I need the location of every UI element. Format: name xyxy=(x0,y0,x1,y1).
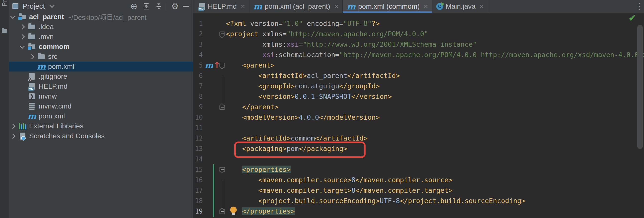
chevron-collapsed-icon[interactable] xyxy=(10,133,16,138)
code-line[interactable]: <groupId>com.atguigu</groupId> xyxy=(226,81,644,91)
maven-icon: m xyxy=(347,1,356,11)
code-line[interactable]: <parent> xyxy=(226,60,644,71)
tab-pom-xml-commom[interactable]: m pom.xml (commom) × xyxy=(343,0,432,13)
line-number: 4 xyxy=(193,50,203,60)
code-line[interactable]: <project.build.sourceEncoding>UTF-8</pro… xyxy=(226,196,644,206)
chevron-expanded-icon[interactable] xyxy=(20,43,25,49)
collapse-all-icon[interactable] xyxy=(154,3,163,10)
line-number: 8 xyxy=(193,91,203,102)
line-number: 16 xyxy=(193,175,203,185)
locate-file-icon[interactable]: ⊕ xyxy=(130,0,138,12)
gutter-row: 13 xyxy=(193,143,226,154)
gutter-row: 7 xyxy=(193,81,226,91)
chevron-collapsed-icon[interactable] xyxy=(20,24,25,29)
toolbar-divider xyxy=(167,2,167,10)
code-line[interactable]: <properties> xyxy=(226,164,644,175)
chevron-down-icon[interactable] xyxy=(50,3,54,8)
editor-scrollbar[interactable] xyxy=(637,25,643,149)
close-tab-icon[interactable]: × xyxy=(241,2,245,11)
fold-region-line xyxy=(223,76,223,108)
ide-window: Project Project ⊕ ⚙ xyxy=(0,0,644,218)
gutter: 12345678910111213141516171819 xyxy=(193,18,226,217)
source-folder-icon xyxy=(28,42,36,51)
code-line[interactable]: <artifactId>acl_parent</artifactId> xyxy=(226,71,644,81)
gutter-row: 17 xyxy=(193,185,226,196)
fold-marker-icon[interactable] xyxy=(220,209,225,214)
close-tab-icon[interactable]: × xyxy=(334,2,339,11)
tree-item-mvnw-cmd[interactable]: mvnw.cmd xyxy=(9,101,193,111)
fold-marker-icon[interactable] xyxy=(220,31,225,36)
folder-icon xyxy=(28,23,36,31)
project-panel: Project ⊕ ⚙ acl_parent ~/Desktop/项目 xyxy=(9,0,193,218)
gutter-row: 15 xyxy=(193,164,226,175)
gutter-row: 14 xyxy=(193,154,226,164)
code-line[interactable]: </parent> xyxy=(226,102,644,112)
code-line[interactable]: <version>0.0.1-SNAPSHOT</version> xyxy=(226,91,644,102)
maven-icon: m xyxy=(37,62,46,71)
code-line[interactable]: xmlns:xsi="http://www.w3.org/2001/XMLSch… xyxy=(226,39,644,50)
chevron-collapsed-icon[interactable] xyxy=(10,123,16,129)
chevron-collapsed-icon[interactable] xyxy=(29,54,34,59)
tree-item-src[interactable]: src xyxy=(9,52,193,62)
tree-item-pom-xml-parent[interactable]: m pom.xml xyxy=(9,111,193,121)
code-line[interactable]: xsi:schemaLocation="http://maven.apache.… xyxy=(226,50,644,60)
fold-marker-icon[interactable] xyxy=(220,63,225,68)
gutter-row: 11 xyxy=(193,123,226,133)
tree-item-acl_parent[interactable]: acl_parent ~/Desktop/项目/acl_parent xyxy=(9,12,193,22)
code-line[interactable]: <maven.compiler.target>8</maven.compiler… xyxy=(226,185,644,196)
tree-item-pom-xml-commom[interactable]: m pom.xml xyxy=(9,62,193,72)
settings-gear-icon[interactable]: ⚙ xyxy=(170,0,180,12)
line-number: 14 xyxy=(193,154,203,164)
code-line[interactable]: </properties> xyxy=(226,206,644,217)
tree-item-mvnw[interactable]: ❯ mvnw xyxy=(9,91,193,101)
gutter-row: 10 xyxy=(193,112,226,123)
code-line[interactable]: <project xmlns="http://maven.apache.org/… xyxy=(226,29,644,39)
code-editor[interactable]: 12345678910111213141516171819 m↑ <?xml v… xyxy=(193,13,644,218)
gutter-row: 12 xyxy=(193,133,226,143)
annotation-red-box xyxy=(234,141,366,158)
vcs-change-marker[interactable] xyxy=(213,164,214,217)
tree-item-commom[interactable]: commom xyxy=(9,42,193,52)
markdown-file-icon xyxy=(199,3,205,10)
project-stripe-folder-icon[interactable] xyxy=(2,29,7,33)
code-lines: <?xml version="1.0" encoding="UTF-8"?><p… xyxy=(226,18,644,217)
tab-help-md[interactable]: HELP.md × xyxy=(195,0,249,13)
tree-item-help-md[interactable]: HELP.md xyxy=(9,82,193,91)
source-folder-icon xyxy=(18,13,27,21)
fold-marker-icon[interactable] xyxy=(220,105,225,110)
inspections-ok-icon: ✔ xyxy=(628,13,636,23)
tab-overflow-menu-icon[interactable]: ⋮ xyxy=(635,1,642,11)
gutter-row: 19 xyxy=(193,206,226,217)
line-number: 9 xyxy=(193,102,203,112)
code-line[interactable] xyxy=(226,123,644,133)
maven-icon: m xyxy=(253,1,262,11)
code-line[interactable]: <maven.compiler.source>8</maven.compiler… xyxy=(226,175,644,185)
hide-panel-icon[interactable] xyxy=(183,6,192,7)
fold-marker-icon[interactable] xyxy=(220,167,225,172)
project-view-selector[interactable]: Project xyxy=(22,2,45,10)
line-number: 11 xyxy=(193,123,203,133)
code-line[interactable]: <?xml version="1.0" encoding="UTF-8"?> xyxy=(226,18,644,29)
close-tab-icon[interactable]: × xyxy=(480,2,484,11)
line-number: 3 xyxy=(193,39,203,50)
expand-all-icon[interactable] xyxy=(142,3,151,10)
tree-item-idea[interactable]: .idea xyxy=(9,22,193,32)
tree-item-mvn[interactable]: .mvn xyxy=(9,32,193,42)
tab-main-java[interactable]: C Main.java × xyxy=(432,0,488,13)
maven-parent-gutter-icon[interactable]: m↑ xyxy=(205,60,219,70)
line-number: 17 xyxy=(193,185,203,196)
gutter-row: 3 xyxy=(193,39,226,50)
line-number: 15 xyxy=(193,164,203,175)
tab-pom-xml-acl-parent[interactable]: m pom.xml (acl_parent) × xyxy=(249,0,343,13)
text-file-icon xyxy=(28,102,36,110)
tree-item-gitignore[interactable]: .gitignore xyxy=(9,72,193,82)
code-line[interactable]: <modelVersion>4.0.0</modelVersion> xyxy=(226,112,644,123)
close-tab-icon[interactable]: × xyxy=(424,2,428,11)
tree-item-external-libraries[interactable]: External Libraries xyxy=(9,121,193,131)
project-view-icon xyxy=(12,3,18,9)
chevron-expanded-icon[interactable] xyxy=(10,14,16,19)
scratches-icon xyxy=(18,132,27,140)
project-stripe-button[interactable]: Project xyxy=(1,0,8,6)
tree-item-scratches[interactable]: Scratches and Consoles xyxy=(9,131,193,141)
chevron-collapsed-icon[interactable] xyxy=(20,34,25,39)
